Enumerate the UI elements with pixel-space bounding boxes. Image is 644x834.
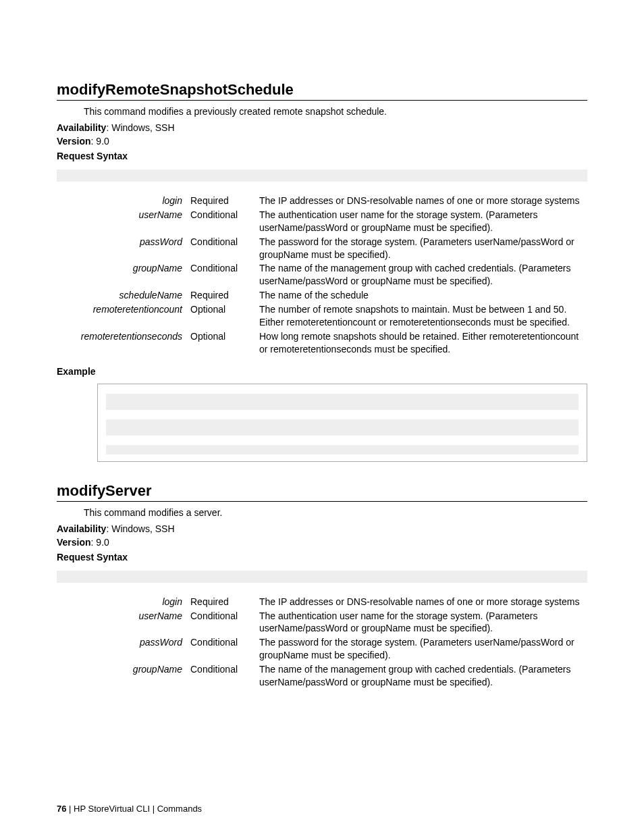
example-stripe <box>106 394 579 410</box>
params-table: login Required The IP addresses or DNS-r… <box>57 595 587 689</box>
footer-chapter: Commands <box>157 804 202 814</box>
page: modifyRemoteSnapshotSchedule This comman… <box>0 0 644 834</box>
request-syntax-heading: Request Syntax <box>57 552 587 563</box>
section-intro: This command modifies a server. <box>84 507 587 518</box>
param-name: passWord <box>57 635 186 662</box>
footer-doc-title: HP StoreVirtual CLI <box>74 804 150 814</box>
param-desc: How long remote snapshots should be reta… <box>255 330 587 357</box>
table-row: groupName Conditional The name of the ma… <box>57 261 587 288</box>
param-req: Conditional <box>186 261 255 288</box>
param-req: Optional <box>186 303 255 330</box>
table-row: passWord Conditional The password for th… <box>57 235 587 262</box>
param-name: passWord <box>57 235 186 262</box>
param-name: groupName <box>57 662 186 689</box>
request-syntax-heading: Request Syntax <box>57 151 587 161</box>
section-intro: This command modifies a previously creat… <box>84 106 587 117</box>
param-name: login <box>57 194 186 208</box>
param-name: userName <box>57 208 186 235</box>
param-desc: The authentication user name for the sto… <box>255 208 587 235</box>
param-name: login <box>57 595 186 609</box>
section-title: modifyRemoteSnapshotSchedule <box>57 81 587 101</box>
param-req: Required <box>186 595 255 609</box>
param-desc: The authentication user name for the sto… <box>255 609 587 636</box>
example-heading: Example <box>57 366 587 377</box>
param-desc: The IP addresses or DNS-resolvable names… <box>255 194 587 208</box>
table-row: passWord Conditional The password for th… <box>57 635 587 662</box>
availability-line: Availability: Windows, SSH <box>57 122 587 133</box>
param-name: scheduleName <box>57 288 186 303</box>
table-row: groupName Conditional The name of the ma… <box>57 662 587 689</box>
availability-value: : Windows, SSH <box>106 122 174 133</box>
param-name: groupName <box>57 261 186 288</box>
param-name: userName <box>57 609 186 636</box>
example-stripe <box>106 419 579 436</box>
footer-sep: | <box>150 804 157 814</box>
table-row: userName Conditional The authentication … <box>57 609 587 636</box>
availability-label: Availability <box>57 122 106 133</box>
table-row: login Required The IP addresses or DNS-r… <box>57 595 587 609</box>
param-desc: The name of the schedule <box>255 288 587 303</box>
param-req: Conditional <box>186 235 255 262</box>
version-value: : 9.0 <box>91 537 109 548</box>
param-req: Conditional <box>186 662 255 689</box>
availability-label: Availability <box>57 523 106 534</box>
param-desc: The password for the storage system. (Pa… <box>255 635 587 662</box>
table-row: scheduleName Required The name of the sc… <box>57 288 587 303</box>
table-row: remoteretentionseconds Optional How long… <box>57 330 587 357</box>
syntax-bar <box>57 571 587 583</box>
version-label: Version <box>57 537 91 548</box>
availability-value: : Windows, SSH <box>106 523 174 534</box>
param-req: Required <box>186 288 255 303</box>
example-stripe <box>106 445 579 454</box>
version-label: Version <box>57 136 91 147</box>
section-title: modifyServer <box>57 482 587 502</box>
param-desc: The number of remote snapshots to mainta… <box>255 303 587 330</box>
version-line: Version: 9.0 <box>57 537 587 548</box>
page-number: 76 <box>57 804 66 814</box>
param-req: Conditional <box>186 208 255 235</box>
syntax-bar <box>57 170 587 182</box>
param-desc: The name of the management group with ca… <box>255 261 587 288</box>
param-req: Required <box>186 194 255 208</box>
param-req: Conditional <box>186 635 255 662</box>
param-req: Conditional <box>186 609 255 636</box>
table-row: login Required The IP addresses or DNS-r… <box>57 194 587 208</box>
availability-line: Availability: Windows, SSH <box>57 523 587 534</box>
param-name: remoteretentionseconds <box>57 330 186 357</box>
param-desc: The IP addresses or DNS-resolvable names… <box>255 595 587 609</box>
table-row: userName Conditional The authentication … <box>57 208 587 235</box>
param-req: Optional <box>186 330 255 357</box>
example-box <box>97 384 587 462</box>
param-desc: The name of the management group with ca… <box>255 662 587 689</box>
param-name: remoteretentioncount <box>57 303 186 330</box>
footer-sep: | <box>66 804 74 814</box>
params-table: login Required The IP addresses or DNS-r… <box>57 194 587 357</box>
version-line: Version: 9.0 <box>57 136 587 147</box>
param-desc: The password for the storage system. (Pa… <box>255 235 587 262</box>
table-row: remoteretentioncount Optional The number… <box>57 303 587 330</box>
version-value: : 9.0 <box>91 136 109 147</box>
page-footer: 76 | HP StoreVirtual CLI | Commands <box>57 804 202 814</box>
